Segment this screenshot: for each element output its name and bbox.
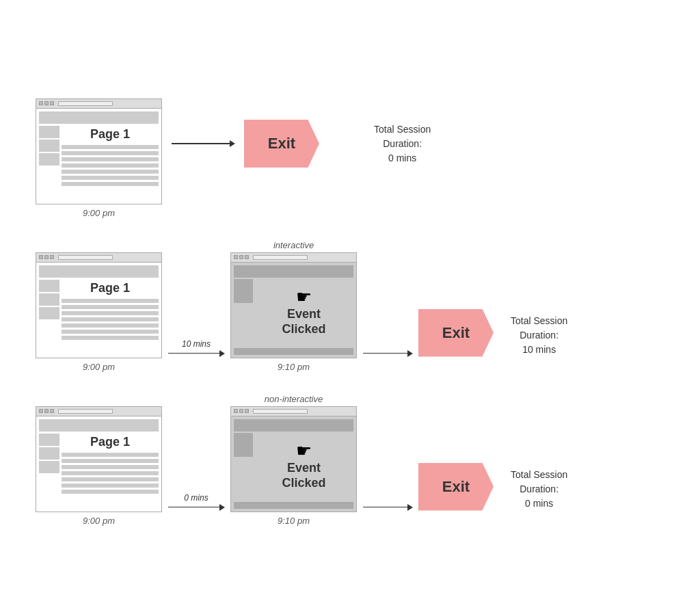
browser-window-3: Page 1 bbox=[36, 406, 162, 512]
browser-header-3 bbox=[39, 419, 159, 432]
line-1d bbox=[62, 163, 159, 168]
event-content-3: ☛ EventClicked bbox=[234, 433, 353, 501]
browser-btn-3c bbox=[50, 409, 54, 413]
line-1e bbox=[62, 170, 159, 174]
event-main-2: ☛ EventClicked bbox=[254, 279, 353, 347]
row-1: Page 1 9:00 pm bbox=[36, 85, 664, 218]
row-2: Page 1 9:00 pm 10 mins bbox=[36, 239, 664, 372]
event-header-block-2 bbox=[234, 265, 353, 278]
session-line3-3: 0 mins bbox=[525, 498, 553, 509]
browser-btn-1c bbox=[50, 101, 54, 105]
h-line-2 bbox=[168, 353, 219, 354]
timestamp-3a: 9:00 pm bbox=[83, 516, 115, 526]
session-line1-2: Total Session bbox=[511, 315, 567, 326]
event-btn-3b bbox=[239, 409, 243, 413]
sidebar-block-1a bbox=[39, 126, 59, 138]
line-2a bbox=[62, 299, 159, 303]
line-3f bbox=[62, 483, 159, 488]
hand-icon-2: ☛ bbox=[296, 288, 312, 306]
arrow-2: 10 mins bbox=[165, 339, 227, 372]
arrow-1 bbox=[169, 140, 237, 162]
page-content-3: Page 1 bbox=[39, 434, 159, 509]
line-1a bbox=[62, 145, 159, 149]
page-title-1: Page 1 bbox=[62, 126, 159, 143]
exit-text-3: Exit bbox=[442, 478, 470, 496]
page-main-1: Page 1 bbox=[62, 126, 159, 201]
event-header-block-3 bbox=[234, 419, 353, 432]
interactive-label-2: interactive bbox=[273, 239, 314, 252]
page-content-2: Page 1 bbox=[39, 280, 159, 355]
page-content-1: Page 1 bbox=[39, 126, 159, 201]
browser-addressbar-3 bbox=[58, 409, 113, 414]
h-line-3 bbox=[168, 507, 219, 508]
line-1b bbox=[62, 151, 159, 155]
exit-text-1: Exit bbox=[268, 135, 295, 152]
event-btn-2a bbox=[234, 255, 238, 259]
line-1g bbox=[62, 182, 159, 186]
event-text-2: EventClicked bbox=[282, 307, 325, 336]
timestamp-1: 9:00 pm bbox=[83, 208, 115, 218]
browser-header-1 bbox=[39, 111, 159, 124]
page-main-3: Page 1 bbox=[62, 434, 159, 509]
session-info-1: Total Session Duration: 0 mins bbox=[374, 122, 431, 181]
event-footer-3 bbox=[234, 502, 353, 509]
sidebar-block-2b bbox=[39, 293, 59, 306]
session-info-3: Total Session Duration: 0 mins bbox=[511, 468, 567, 526]
diagram-container: Page 1 9:00 pm bbox=[22, 71, 678, 540]
session-line3-2: 10 mins bbox=[522, 344, 556, 355]
row-3: Page 1 9:00 pm 0 mins bbox=[36, 393, 664, 526]
exit-shape-3: Exit bbox=[418, 463, 494, 526]
line-3c bbox=[62, 465, 159, 469]
browser-btn-2a bbox=[39, 255, 43, 259]
arrowhead-1 bbox=[230, 140, 235, 147]
event-sidebar-block-3 bbox=[234, 433, 253, 457]
arrow-label-2: 10 mins bbox=[182, 339, 211, 349]
hand-icon-3: ☛ bbox=[296, 442, 312, 460]
event-browser-titlebar-3 bbox=[231, 407, 356, 416]
line-1c bbox=[62, 157, 159, 161]
event-browser-window-3: ☛ EventClicked bbox=[230, 406, 357, 512]
arrowhead-3b bbox=[407, 504, 413, 511]
line-3e bbox=[62, 477, 159, 481]
event-browser-window-2: ☛ EventClicked bbox=[230, 252, 357, 358]
browser-btn-1a bbox=[39, 101, 43, 105]
sidebar-block-1b bbox=[39, 140, 59, 152]
session-info-2: Total Session Duration: 10 mins bbox=[511, 314, 567, 372]
page1-browser-col-3: Page 1 9:00 pm bbox=[36, 393, 162, 526]
line-2b bbox=[62, 305, 159, 309]
h-line-2b bbox=[363, 353, 407, 354]
exit-pentagon-2: Exit bbox=[418, 309, 494, 357]
browser-titlebar-3 bbox=[36, 407, 161, 416]
page1-browser-col-2: Page 1 9:00 pm bbox=[36, 239, 162, 372]
browser-addressbar-2 bbox=[58, 255, 113, 260]
arrow-line-2 bbox=[168, 350, 225, 357]
line-2f bbox=[62, 330, 159, 334]
event-browser-col-3: non-interactive ☛ bbox=[230, 393, 357, 526]
line-3a bbox=[62, 453, 159, 457]
sidebar-block-3b bbox=[39, 447, 59, 460]
event-body-2: ☛ EventClicked bbox=[231, 263, 356, 358]
h-line-3b bbox=[363, 507, 407, 508]
session-line2-3: Duration: bbox=[520, 483, 558, 494]
browser-btn-2b bbox=[44, 255, 49, 259]
browser-body-2: Page 1 bbox=[36, 263, 161, 358]
event-content-2: ☛ EventClicked bbox=[234, 279, 353, 347]
event-sidebar-block-2 bbox=[234, 279, 253, 303]
browser-btn-2c bbox=[50, 255, 54, 259]
page1-browser-col-1: Page 1 9:00 pm bbox=[36, 85, 162, 218]
browser-btn-1b bbox=[44, 101, 49, 105]
page-title-3: Page 1 bbox=[62, 434, 159, 451]
page-sidebar-1 bbox=[39, 126, 59, 201]
browser-titlebar-2 bbox=[36, 253, 161, 263]
page-sidebar-3 bbox=[39, 434, 59, 509]
arrow-2b bbox=[360, 350, 415, 372]
exit-shape-1: Exit bbox=[244, 120, 319, 183]
arrowhead-2 bbox=[219, 350, 225, 357]
session-line2-1: Duration: bbox=[383, 138, 422, 149]
sidebar-block-2c bbox=[39, 307, 59, 319]
event-addressbar-2 bbox=[253, 255, 308, 260]
line-1f bbox=[62, 176, 159, 180]
non-interactive-label-3: non-interactive bbox=[265, 393, 323, 406]
event-btn-3c bbox=[245, 409, 249, 413]
event-btn-2c bbox=[245, 255, 249, 259]
